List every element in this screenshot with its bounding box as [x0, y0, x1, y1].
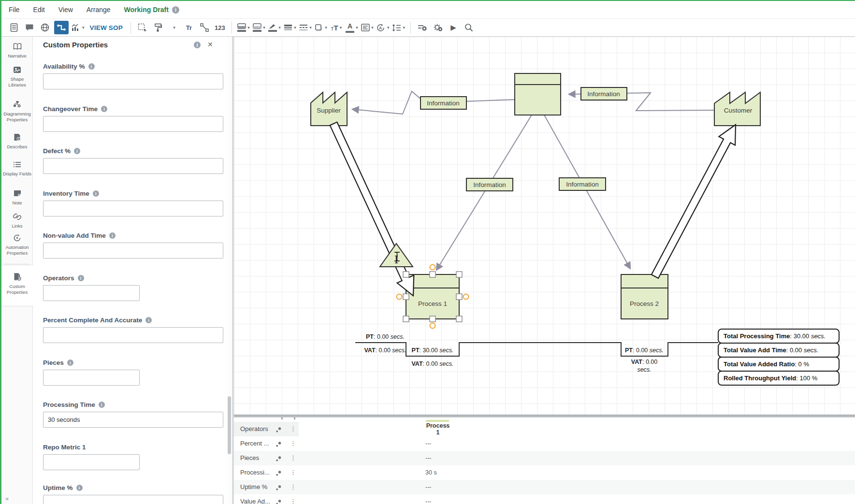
- table-row-processing-time[interactable]: Processi... ⋮ 30 s: [234, 465, 855, 480]
- node-connection-icon[interactable]: [198, 21, 211, 34]
- numeric-fields-icon[interactable]: 123: [214, 21, 226, 34]
- line-color-icon[interactable]: ▾: [268, 21, 281, 34]
- inventory-triangle-shape[interactable]: I: [380, 244, 413, 267]
- data-link-icon[interactable]: [275, 426, 282, 435]
- panel-info-icon[interactable]: i: [194, 42, 201, 48]
- pieces-input[interactable]: [43, 370, 140, 386]
- data-link-icon[interactable]: [275, 484, 282, 493]
- menu-edit[interactable]: Edit: [33, 6, 45, 14]
- table-row-value-add[interactable]: Value Ad... ⋮ ---: [234, 494, 855, 504]
- format-painter-icon[interactable]: [152, 21, 164, 34]
- information-label-4[interactable]: Information: [559, 178, 606, 190]
- process2-shape[interactable]: Process 2: [621, 274, 668, 319]
- inventory-time-input[interactable]: [43, 201, 223, 216]
- information-label-1[interactable]: Information: [420, 97, 466, 109]
- sidebar-item-note[interactable]: Note: [1, 188, 33, 206]
- sidebar-item-describes[interactable]: Describes: [1, 132, 33, 150]
- info-icon[interactable]: i: [172, 6, 179, 14]
- data-link-icon[interactable]: [275, 470, 282, 478]
- connector-tool-button[interactable]: [54, 21, 69, 34]
- comment-icon[interactable]: [23, 21, 36, 34]
- view-sop-button[interactable]: VIEW SOP: [90, 24, 123, 31]
- changeover-time-input[interactable]: [43, 116, 223, 132]
- info-icon[interactable]: i: [78, 275, 84, 281]
- processing-time-input[interactable]: [43, 412, 223, 428]
- panel-close-icon[interactable]: ✕: [207, 41, 213, 48]
- secondary-fill-icon[interactable]: ▾: [253, 21, 265, 34]
- play-icon[interactable]: ▶: [447, 21, 460, 34]
- customer-shape[interactable]: Customer: [714, 92, 760, 126]
- information-label-2[interactable]: Information: [581, 87, 627, 100]
- sidebar-item-shape-libraries[interactable]: Shape Libraries: [1, 65, 33, 88]
- row-menu-icon[interactable]: ⋮: [290, 494, 296, 504]
- table-row-operators[interactable]: Operators ⋮: [234, 422, 855, 436]
- automation-gear-icon[interactable]: [432, 21, 444, 34]
- rotate-text-icon[interactable]: A▾: [377, 21, 390, 34]
- data-link-icon[interactable]: [275, 499, 282, 504]
- info-icon[interactable]: i: [76, 485, 83, 491]
- sidebar-item-diagramming-properties[interactable]: Diagramming Properties: [1, 100, 33, 123]
- font-size-icon[interactable]: тT▾: [330, 21, 343, 34]
- shape-style-icon[interactable]: ▾: [315, 21, 327, 34]
- fill-color-icon[interactable]: ▾: [237, 21, 250, 34]
- row-menu-icon[interactable]: ⋮: [290, 436, 296, 451]
- menu-file[interactable]: File: [9, 6, 20, 14]
- menu-view[interactable]: View: [58, 6, 73, 14]
- connector-control-to-process1[interactable]: [436, 115, 532, 270]
- text-block-icon[interactable]: ▾: [361, 21, 374, 34]
- info-icon[interactable]: i: [109, 232, 116, 239]
- sidebar-item-display-fields[interactable]: Display Fields: [1, 159, 33, 177]
- panel-scrollbar-thumb[interactable]: [228, 396, 231, 454]
- row-menu-icon[interactable]: ⋮: [290, 422, 296, 436]
- sop-steps-icon[interactable]: [416, 21, 429, 34]
- sidebar-item-links[interactable]: Links: [1, 212, 33, 229]
- globe-icon[interactable]: [39, 21, 51, 34]
- timeline-ladder[interactable]: [355, 343, 718, 356]
- info-icon[interactable]: i: [88, 63, 95, 70]
- info-icon[interactable]: i: [74, 148, 80, 154]
- info-icon[interactable]: i: [99, 402, 105, 408]
- collapse-chevron-icon[interactable]: «: [5, 495, 9, 502]
- info-icon[interactable]: i: [101, 106, 107, 112]
- data-link-icon[interactable]: [275, 441, 282, 449]
- information-label-3[interactable]: Information: [466, 178, 513, 191]
- sidebar-item-automation-properties[interactable]: Automation Properties: [1, 233, 33, 256]
- chart-tool-icon[interactable]: ▾: [72, 21, 85, 34]
- operators-input[interactable]: [43, 285, 140, 301]
- line-style-icon[interactable]: ▾: [299, 21, 312, 34]
- supplier-shape[interactable]: Supplier: [311, 92, 347, 126]
- sidebar-item-narrative[interactable]: Narrative: [1, 42, 33, 59]
- sidebar-item-custom-properties[interactable]: Custom Properties: [1, 265, 33, 306]
- push-arrow-process2-to-customer[interactable]: [652, 125, 736, 278]
- zoom-tool-icon[interactable]: [463, 21, 475, 34]
- text-style-icon[interactable]: Tr: [183, 21, 195, 34]
- text-color-icon[interactable]: A▾: [346, 21, 358, 34]
- style-dropdown-caret-icon[interactable]: ▾: [167, 21, 180, 34]
- diagram-canvas[interactable]: Supplier Customer Process 1 Process: [234, 37, 855, 415]
- repo-metric-1-input[interactable]: [43, 454, 140, 470]
- uptime-input[interactable]: [43, 495, 223, 504]
- non-value-add-time-input[interactable]: [43, 243, 223, 259]
- line-width-icon[interactable]: ▾: [284, 21, 296, 34]
- panel-scrollbar[interactable]: [227, 37, 232, 504]
- table-row-pieces[interactable]: Pieces ⋮ ---: [234, 451, 855, 465]
- data-link-icon[interactable]: [275, 455, 282, 464]
- vsm-summary-box[interactable]: Total Processing Time: 30.00 secs. Total…: [718, 329, 839, 385]
- table-row-percent[interactable]: Percent ... ⋮ ---: [234, 436, 855, 451]
- row-menu-icon[interactable]: ⋮: [290, 465, 296, 480]
- line-spacing-icon[interactable]: ▾: [392, 21, 405, 34]
- production-control-shape[interactable]: [515, 73, 561, 115]
- table-row-uptime[interactable]: Uptime % ⋮ ---: [234, 480, 855, 494]
- multi-select-icon[interactable]: [136, 21, 149, 34]
- document-icon[interactable]: [8, 21, 20, 34]
- info-icon[interactable]: i: [93, 190, 99, 197]
- push-arrow-supplier-to-process1[interactable]: [330, 122, 414, 296]
- defect-input[interactable]: [43, 158, 223, 174]
- working-draft-menu[interactable]: Working Draft i: [124, 6, 179, 14]
- row-menu-icon[interactable]: ⋮: [290, 480, 296, 494]
- info-icon[interactable]: i: [145, 317, 152, 323]
- info-icon[interactable]: i: [67, 360, 73, 366]
- percent-complete-input[interactable]: [43, 327, 223, 343]
- menu-arrange[interactable]: Arrange: [87, 6, 111, 14]
- availability-input[interactable]: [43, 73, 223, 89]
